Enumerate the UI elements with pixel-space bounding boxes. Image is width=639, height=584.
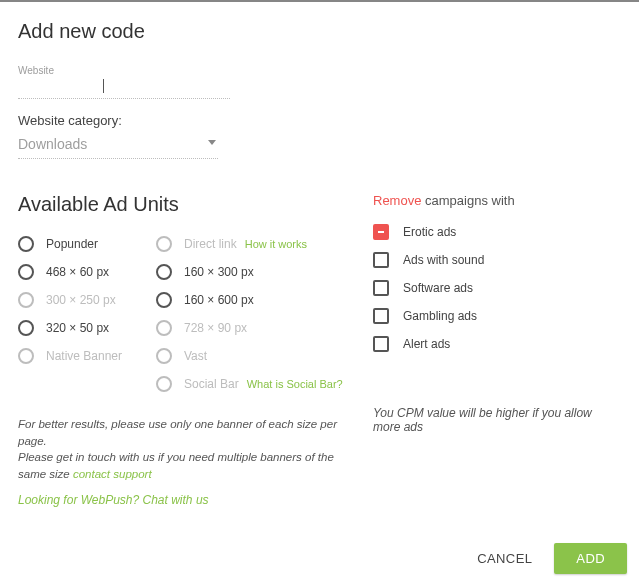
remove-heading: Remove campaigns with — [373, 193, 621, 208]
ad-unit-label: Popunder — [46, 237, 98, 251]
ad-unit-label: 320 × 50 px — [46, 321, 109, 335]
category-value: Downloads — [18, 136, 87, 152]
ad-unit-label: Vast — [184, 349, 207, 363]
ad-unit-option[interactable]: 468 × 60 px — [18, 258, 156, 286]
remove-checkbox-grid: Erotic adsAds with soundSoftware adsGamb… — [373, 218, 621, 358]
ad-units-col-2: Direct linkHow it works160 × 300 px160 ×… — [156, 230, 346, 398]
radio-icon — [18, 292, 34, 308]
ad-unit-option[interactable]: Popunder — [18, 230, 156, 258]
ad-unit-option[interactable]: 160 × 600 px — [156, 286, 346, 314]
add-code-dialog: Add new code Website Website category: D… — [0, 2, 639, 584]
radio-icon — [18, 236, 34, 252]
text-caret — [103, 79, 104, 93]
ad-unit-label: 160 × 300 px — [184, 265, 254, 279]
category-label: Website category: — [18, 113, 621, 128]
radio-icon — [18, 348, 34, 364]
ad-unit-label: 160 × 600 px — [184, 293, 254, 307]
remove-option[interactable]: Gambling ads — [373, 302, 509, 330]
add-button[interactable]: ADD — [554, 543, 627, 574]
remove-option-label: Software ads — [403, 281, 473, 295]
ad-units-col-1: Popunder468 × 60 px300 × 250 px320 × 50 … — [18, 230, 156, 398]
ad-unit-option: Direct linkHow it works — [156, 230, 346, 258]
ad-unit-label: Social Bar — [184, 377, 239, 391]
website-input[interactable] — [18, 79, 230, 99]
note-line-1: For better results, please use only one … — [18, 416, 338, 449]
radio-icon — [18, 264, 34, 280]
radio-icon — [156, 320, 172, 336]
ad-units-section: Available Ad Units Popunder468 × 60 px30… — [18, 193, 353, 507]
remove-option[interactable]: Software ads — [373, 274, 509, 302]
ad-unit-label: 468 × 60 px — [46, 265, 109, 279]
remove-section: Remove campaigns with Erotic adsAds with… — [353, 193, 621, 507]
checkbox-icon — [373, 308, 389, 324]
ad-units-notes: For better results, please use only one … — [18, 416, 338, 483]
remove-word: Remove — [373, 193, 421, 208]
ad-unit-option[interactable]: 320 × 50 px — [18, 314, 156, 342]
radio-icon — [156, 264, 172, 280]
dialog-title: Add new code — [18, 20, 621, 43]
ad-unit-label: Native Banner — [46, 349, 122, 363]
dialog-footer: CANCEL ADD — [473, 543, 627, 574]
remove-option[interactable]: Ads with sound — [373, 246, 509, 274]
cancel-button[interactable]: CANCEL — [473, 543, 536, 574]
remove-option[interactable]: Alert ads — [373, 330, 509, 358]
remove-option-label: Alert ads — [403, 337, 450, 351]
radio-icon — [156, 348, 172, 364]
remove-rest: campaigns with — [421, 193, 514, 208]
ad-unit-option: Vast — [156, 342, 346, 370]
ad-units-title: Available Ad Units — [18, 193, 353, 216]
ad-unit-label: 728 × 90 px — [184, 321, 247, 335]
ad-unit-option: Native Banner — [18, 342, 156, 370]
ad-unit-label: Direct link — [184, 237, 237, 251]
ad-unit-option[interactable]: 160 × 300 px — [156, 258, 346, 286]
checkbox-icon — [373, 224, 389, 240]
ad-unit-option: 728 × 90 px — [156, 314, 346, 342]
radio-icon — [18, 320, 34, 336]
website-label: Website — [18, 65, 230, 76]
checkbox-icon — [373, 280, 389, 296]
ad-unit-option: Social BarWhat is Social Bar? — [156, 370, 346, 398]
ad-unit-help-link[interactable]: What is Social Bar? — [247, 378, 343, 390]
contact-support-link[interactable]: contact support — [73, 468, 152, 480]
website-field[interactable]: Website — [18, 65, 230, 99]
radio-icon — [156, 236, 172, 252]
ad-unit-label: 300 × 250 px — [46, 293, 116, 307]
remove-option-label: Gambling ads — [403, 309, 477, 323]
remove-option-label: Ads with sound — [403, 253, 484, 267]
checkbox-icon — [373, 252, 389, 268]
category-select[interactable]: Downloads — [18, 136, 218, 159]
cpm-note: You CPM value will be higher if you allo… — [373, 406, 621, 434]
remove-option[interactable]: Erotic ads — [373, 218, 509, 246]
checkbox-icon — [373, 336, 389, 352]
radio-icon — [156, 292, 172, 308]
note-line-2: Please get in touch with us if you need … — [18, 449, 338, 482]
chevron-down-icon — [208, 140, 216, 145]
ad-unit-help-link[interactable]: How it works — [245, 238, 307, 250]
radio-icon — [156, 376, 172, 392]
webpush-link[interactable]: Looking for WebPush? Chat with us — [18, 493, 353, 507]
ad-unit-option: 300 × 250 px — [18, 286, 156, 314]
remove-option-label: Erotic ads — [403, 225, 456, 239]
